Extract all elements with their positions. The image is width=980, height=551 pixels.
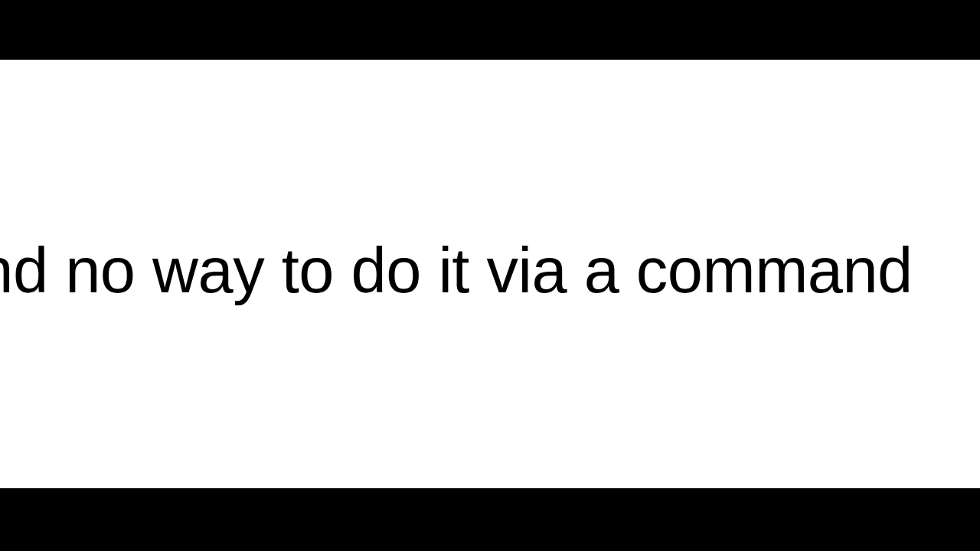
letterbox-top <box>0 0 980 60</box>
text-content-area: ound no way to do it via a command way t… <box>0 60 980 488</box>
letterbox-bottom <box>0 488 980 551</box>
text-line-1: ound no way to do it via a command <box>0 228 980 315</box>
text-line-2: way to get rid of this history is to d <box>0 487 980 488</box>
body-text: ound no way to do it via a command way t… <box>0 60 980 488</box>
